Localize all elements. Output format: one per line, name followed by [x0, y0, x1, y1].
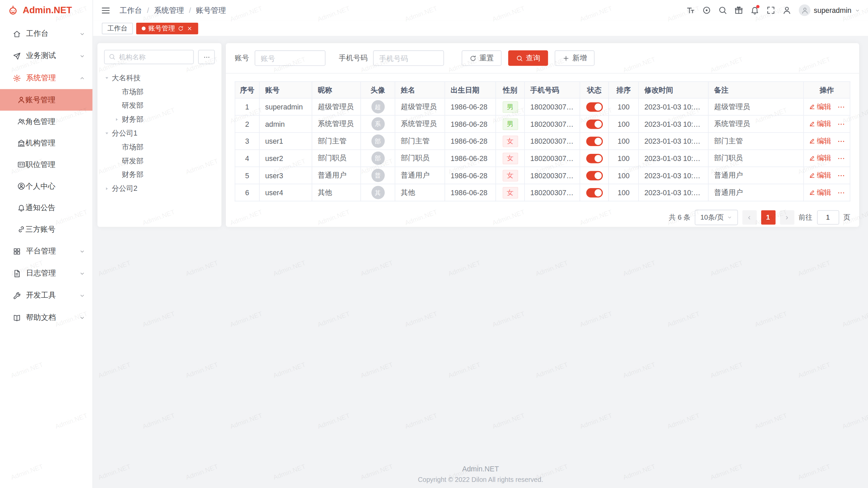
tree-node-8[interactable]: 分公司2 [104, 182, 215, 196]
tab-workbench[interactable]: 工作台 [102, 22, 133, 34]
edit-button[interactable]: 编辑 [808, 119, 831, 129]
sidebar-subitem-2-2[interactable]: 机构管理 [0, 132, 93, 154]
tree-node-5[interactable]: 市场部 [104, 140, 215, 154]
status-toggle[interactable] [586, 119, 603, 129]
logo[interactable]: Admin.NET [0, 0, 93, 20]
search-button[interactable]: 查询 [508, 50, 548, 66]
goto-label: 前往 [798, 213, 812, 222]
tab-close-icon[interactable] [186, 25, 193, 31]
tree-node-3[interactable]: 财务部 [104, 112, 215, 126]
tree-node-label: 研发部 [122, 100, 143, 110]
row-more-button[interactable] [837, 137, 845, 145]
sidebar-item-2[interactable]: 系统管理 [0, 67, 93, 89]
tab-account-management[interactable]: 账号管理 [136, 22, 198, 34]
cell-index: 3 [235, 133, 259, 150]
sidebar-item-3[interactable]: 平台管理 [0, 240, 93, 262]
tree-node-4[interactable]: 分公司1 [104, 126, 215, 140]
tree-node-0[interactable]: 大名科技 [104, 71, 215, 85]
status-toggle[interactable] [586, 171, 603, 180]
tree-node-6[interactable]: 研发部 [104, 154, 215, 168]
sidebar-subitem-2-5[interactable]: 通知公告 [0, 197, 93, 219]
cell-order: 100 [609, 150, 638, 167]
edit-button[interactable]: 编辑 [808, 187, 831, 197]
sidebar-item-6[interactable]: 帮助文档 [0, 306, 93, 328]
search-icon[interactable] [715, 3, 730, 18]
edit-button[interactable]: 编辑 [808, 136, 831, 146]
add-button[interactable]: 新增 [555, 50, 595, 66]
page-1-button[interactable]: 1 [761, 210, 775, 224]
goto-page-input[interactable] [817, 210, 839, 224]
chevron-right-icon [784, 215, 790, 221]
gear-icon [13, 74, 21, 82]
row-more-button[interactable] [837, 103, 845, 111]
status-toggle[interactable] [586, 102, 603, 111]
sidebar-item-label: 系统管理 [26, 73, 56, 83]
gift-icon[interactable] [731, 3, 746, 18]
tab-refresh-icon[interactable] [178, 25, 184, 31]
user-menu[interactable]: superadmin [799, 4, 860, 16]
sidebar-item-0[interactable]: 工作台 [0, 23, 93, 45]
cell-birth: 1986-06-28 [445, 133, 496, 150]
row-more-button[interactable] [837, 171, 845, 179]
column-header-7: 手机号码 [525, 82, 580, 98]
font-size-icon[interactable] [683, 3, 698, 18]
cell-name: 部门职员 [395, 150, 445, 167]
tree-node-7[interactable]: 财务部 [104, 168, 215, 182]
edit-button[interactable]: 编辑 [808, 102, 831, 111]
next-page-button[interactable] [780, 210, 794, 224]
sidebar-subitem-label: 角色管理 [25, 117, 55, 126]
caret-right-icon [114, 117, 119, 122]
prev-page-button[interactable] [742, 210, 756, 224]
breadcrumb-separator: / [147, 6, 149, 14]
org-tree-panel: 大名科技市场部研发部财务部分公司1市场部研发部财务部分公司2 [97, 43, 221, 227]
theme-icon[interactable] [699, 3, 714, 18]
edit-label: 编辑 [817, 153, 831, 163]
sidebar-item-5[interactable]: 开发工具 [0, 284, 93, 306]
profile-icon [782, 5, 792, 15]
cell-birth: 1986-06-28 [445, 115, 496, 133]
breadcrumb-item-workbench[interactable]: 工作台 [120, 5, 142, 15]
sidebar-item-4[interactable]: 日志管理 [0, 262, 93, 284]
phone-label: 手机号码 [339, 53, 368, 63]
sidebar-subitem-2-1[interactable]: 角色管理 [0, 111, 93, 133]
edit-button[interactable]: 编辑 [808, 170, 831, 180]
status-toggle[interactable] [586, 137, 603, 146]
edit-button[interactable]: 编辑 [808, 153, 831, 163]
status-toggle[interactable] [586, 154, 603, 163]
org-search-input[interactable] [104, 50, 194, 64]
hamburger-menu-icon[interactable] [101, 5, 111, 15]
fullscreen-icon[interactable] [764, 3, 778, 18]
page-size-select[interactable]: 10条/页 [695, 210, 737, 225]
cell-remark: 部门主管 [708, 133, 804, 150]
column-header-6: 性别 [496, 82, 525, 98]
avatar: 系 [371, 117, 384, 130]
chev-down-icon [79, 248, 85, 254]
reset-button[interactable]: 重置 [462, 50, 502, 66]
cell-phone: 18020030720 [525, 98, 580, 116]
sidebar-subitem-2-0[interactable]: 账号管理 [0, 89, 93, 111]
sidebar-subitem-2-3[interactable]: 职位管理 [0, 154, 93, 176]
row-more-button[interactable] [837, 154, 845, 162]
breadcrumb-item-system[interactable]: 系统管理 [154, 5, 184, 15]
account-input[interactable] [255, 50, 326, 66]
idcard-icon [17, 160, 25, 168]
cell-remark: 普通用户 [708, 167, 804, 184]
sidebar-subitem-2-4[interactable]: 个人中心 [0, 176, 93, 197]
cell-remark: 系统管理员 [708, 115, 804, 133]
tree-more-button[interactable] [198, 50, 215, 64]
sidebar-item-1[interactable]: 业务测试 [0, 45, 93, 67]
tree-node-2[interactable]: 研发部 [104, 99, 215, 113]
row-more-button[interactable] [837, 120, 845, 128]
status-toggle[interactable] [586, 188, 603, 197]
phone-input[interactable] [373, 50, 444, 66]
cell-index: 2 [235, 115, 259, 133]
row-more-button[interactable] [837, 188, 845, 197]
sidebar-subitem-2-6[interactable]: 三方账号 [0, 219, 93, 240]
table-row-2: 3user1部门主管部部门主管1986-06-28女18020030720100… [235, 133, 850, 150]
column-header-3: 头像 [361, 82, 395, 98]
profile-icon[interactable] [780, 3, 794, 18]
tree-node-1[interactable]: 市场部 [104, 85, 215, 99]
gender-tag: 男 [502, 101, 518, 113]
bell-icon[interactable] [747, 3, 762, 18]
sidebar-subitem-label: 三方账号 [25, 224, 55, 234]
